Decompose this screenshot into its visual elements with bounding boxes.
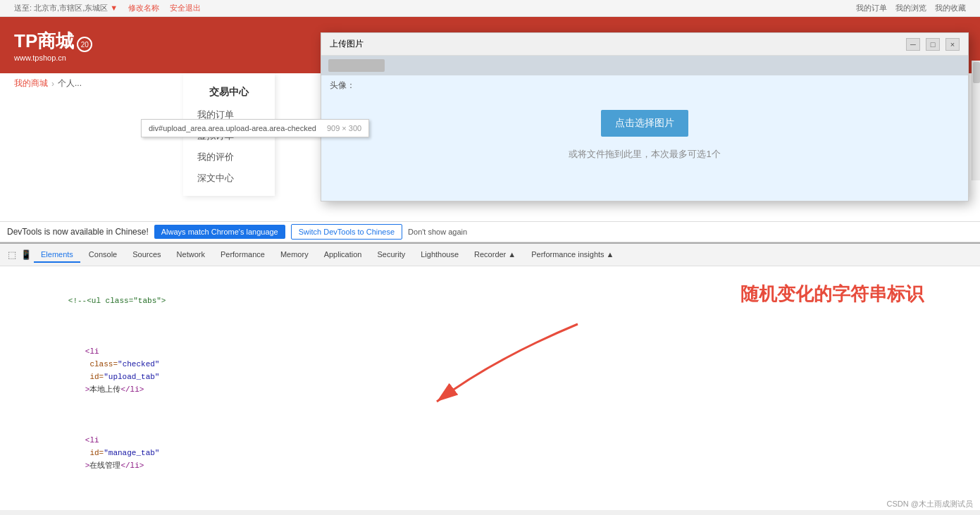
site-domain: www.tpshop.cn: [14, 54, 92, 62]
tooltip-selector: div#upload_area.area.upload-area.area-ch…: [149, 124, 316, 132]
address-bar: 送至: 北京市,市辖区,东城区 ▼: [14, 3, 118, 13]
my-browse-link[interactable]: 我的浏览: [895, 3, 926, 13]
tab-application[interactable]: Application: [317, 247, 369, 263]
upload-label: 头像：: [330, 80, 355, 92]
annotation-text: 随机变化的字符串标识: [740, 282, 924, 306]
upload-hint: 或将文件拖到此里，本次最多可选1个: [569, 148, 720, 161]
scrollbar-thumb: [973, 62, 980, 83]
devtools-tabs: ⬚ 📱 Elements Console Sources Network Per…: [0, 244, 980, 266]
tab-recorder[interactable]: Recorder ▲: [467, 247, 523, 263]
tab-network[interactable]: Network: [170, 247, 212, 263]
match-language-button[interactable]: Always match Chrome's language: [154, 225, 285, 239]
breadcrumb-home[interactable]: 我的商城: [14, 77, 48, 89]
tab-performance[interactable]: Performance: [213, 247, 272, 263]
modify-name-link[interactable]: 修改名称: [128, 3, 159, 13]
inspector-icon[interactable]: ⬚: [6, 249, 18, 261]
minimize-button[interactable]: ─: [906, 38, 920, 51]
logout-link[interactable]: 安全退出: [170, 3, 201, 13]
browser-top-bar: 送至: 北京市,市辖区,东城区 ▼ 修改名称 安全退出 我的订单 我的浏览 我的…: [0, 0, 980, 17]
switch-chinese-button[interactable]: Switch DevTools to Chinese: [291, 224, 402, 240]
tab-memory[interactable]: Memory: [273, 247, 316, 263]
dialog-controls: ─ □ ×: [906, 38, 960, 51]
code-line: <li id="search_tab" >文件搜索</li>: [0, 485, 980, 510]
csdn-watermark: CSDN @木土雨成测试员: [887, 499, 973, 509]
element-tooltip: div#upload_area.area.upload-area.area-ch…: [141, 119, 369, 137]
tab-sources[interactable]: Sources: [125, 247, 168, 263]
close-button[interactable]: ×: [945, 38, 960, 51]
my-orders-link[interactable]: 我的订单: [856, 3, 887, 13]
code-line: <li class="checked" id="upload_tab" >本地上…: [0, 320, 980, 409]
breadcrumb-current: 个人...: [58, 77, 82, 89]
devtools-notification: DevTools is now available in Chinese! Al…: [0, 221, 980, 242]
page-area: TP商城 20 www.tpshop.cn 我的商城 › 个人... 交易中心 …: [0, 17, 980, 221]
upload-select-button[interactable]: 点击选择图片: [601, 110, 688, 137]
sidebar-item-reviews[interactable]: 我的评价: [183, 147, 275, 168]
dialog-titlebar: 上传图片 ─ □ ×: [321, 33, 968, 56]
notification-text: DevTools is now available in Chinese!: [7, 227, 149, 237]
tab-console[interactable]: Console: [82, 247, 124, 263]
sidebar-title: 交易中心: [183, 80, 275, 104]
code-line: <li id="manage_tab" >在线管理</li>: [0, 409, 980, 485]
dialog-content: 头像： 点击选择图片 或将文件拖到此里，本次最多可选1个: [321, 56, 968, 201]
upload-dialog: 上传图片 ─ □ × 头像： 点击选择图片 或将文件拖到此里，本次最多可选1个: [321, 32, 969, 201]
tab-performance-insights[interactable]: Performance insights ▲: [524, 247, 621, 263]
tab-lighthouse[interactable]: Lighthouse: [414, 247, 466, 263]
scrollbar-right[interactable]: [972, 61, 980, 180]
sidebar-item-more[interactable]: 深文中心: [183, 168, 275, 189]
site-logo: TP商城: [14, 29, 74, 54]
my-favorites-link[interactable]: 我的收藏: [935, 3, 966, 13]
tab-security[interactable]: Security: [370, 247, 412, 263]
maximize-button[interactable]: □: [926, 38, 940, 51]
dialog-title: 上传图片: [330, 38, 364, 50]
device-icon[interactable]: 📱: [20, 249, 32, 261]
dont-show-again-link[interactable]: Don't show again: [408, 228, 467, 236]
tab-elements[interactable]: Elements: [34, 247, 80, 263]
logo-badge: 20: [77, 37, 92, 52]
tooltip-dimensions: 909 × 300: [327, 124, 361, 132]
